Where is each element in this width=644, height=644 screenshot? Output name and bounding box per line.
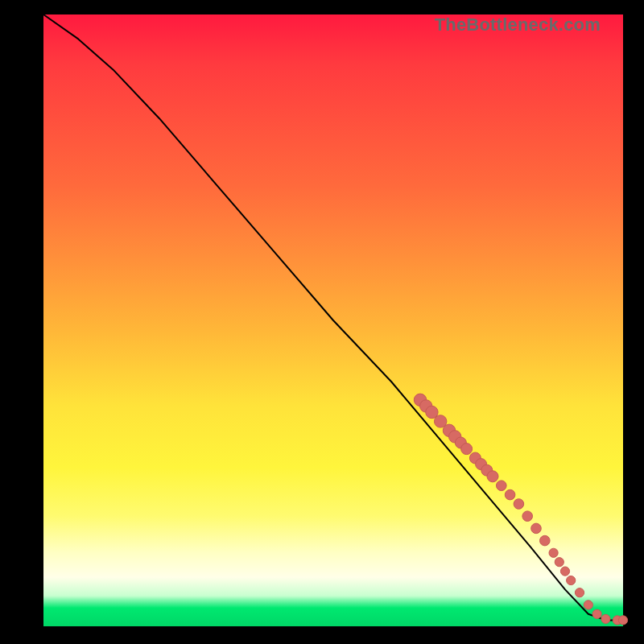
data-point (497, 481, 507, 491)
chart-container: TheBottleneck.com (0, 0, 644, 644)
data-point (575, 588, 584, 597)
chart-svg (43, 14, 623, 626)
data-point (618, 616, 627, 625)
data-point (560, 567, 569, 576)
data-point (505, 489, 515, 500)
data-point (549, 548, 558, 557)
data-point (601, 614, 610, 623)
data-point (461, 444, 473, 455)
data-point (514, 499, 524, 510)
data-point (531, 523, 542, 534)
data-points (414, 394, 627, 625)
data-point (567, 576, 576, 584)
data-point (555, 558, 564, 567)
data-point (584, 601, 592, 609)
data-point (487, 471, 498, 482)
data-point (522, 511, 533, 522)
data-point (592, 609, 601, 618)
plot-area: TheBottleneck.com (43, 14, 623, 626)
data-point (540, 535, 551, 546)
